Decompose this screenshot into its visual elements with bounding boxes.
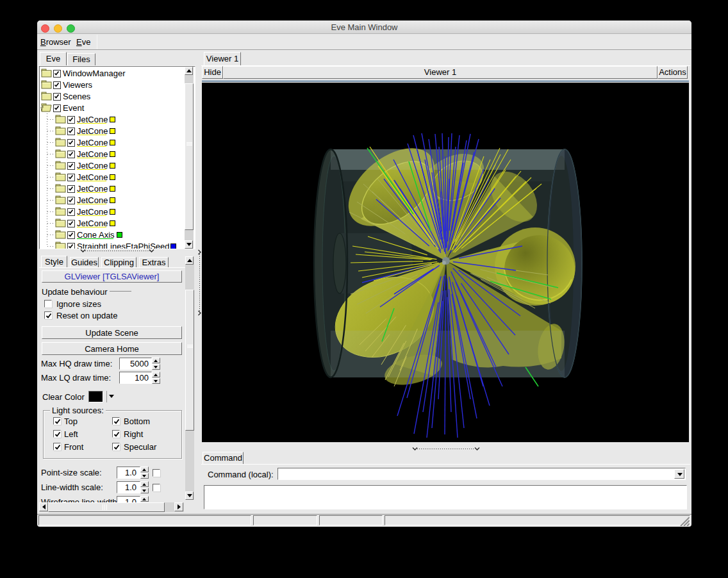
svg-text:Event: Event [63, 103, 85, 113]
svg-text:Scenes: Scenes [63, 92, 91, 101]
svg-text:JetCone: JetCone [77, 115, 108, 124]
svg-text:Viewers: Viewers [63, 80, 93, 90]
svg-text:JetCone: JetCone [77, 172, 108, 182]
svg-text:WindowManager: WindowManager [63, 69, 126, 78]
svg-text:StraightLinesEtaPhiSeed: StraightLinesEtaPhiSeed [77, 242, 170, 249]
svg-text:JetCone: JetCone [77, 161, 108, 170]
svg-text:JetCone: JetCone [77, 207, 108, 217]
svg-text:JetCone: JetCone [77, 149, 108, 159]
svg-text:Cone Axis: Cone Axis [77, 230, 115, 240]
svg-text:JetCone: JetCone [77, 219, 108, 228]
svg-text:JetCone: JetCone [77, 184, 108, 194]
svg-text:JetCone: JetCone [77, 126, 108, 136]
svg-text:JetCone: JetCone [77, 138, 108, 147]
svg-text:JetCone: JetCone [77, 195, 108, 205]
